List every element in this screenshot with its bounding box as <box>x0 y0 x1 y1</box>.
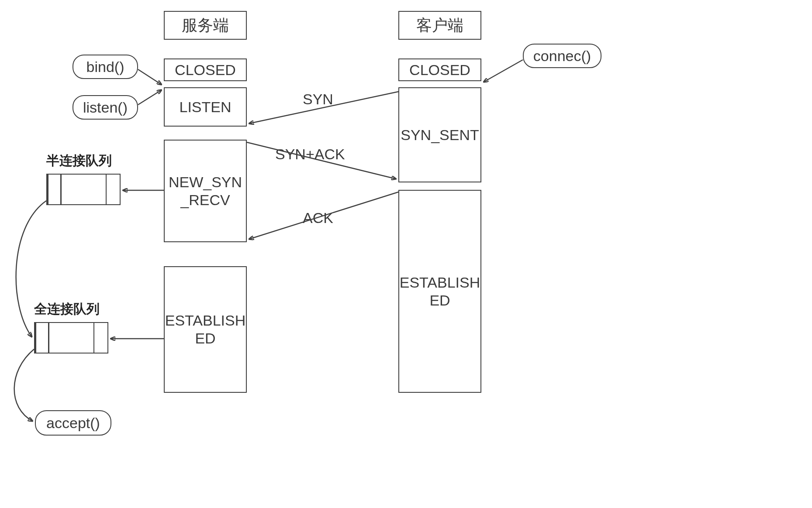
server-listen-label: LISTEN <box>179 98 231 116</box>
client-syn-sent: SYN_SENT <box>398 87 481 182</box>
listen-pill: listen() <box>73 95 138 120</box>
ack-label: ACK <box>303 209 333 227</box>
bind-pill: bind() <box>73 55 138 79</box>
full-queue <box>34 322 108 354</box>
syn-label: SYN <box>303 91 333 108</box>
connect-pill: connec() <box>523 44 601 68</box>
tcp-handshake-diagram: 服务端 客户端 CLOSED LISTEN NEW_SYN_RECV ESTAB… <box>0 0 812 508</box>
syn-ack-label: SYN+ACK <box>275 146 345 163</box>
server-new-syn-recv: NEW_SYN_RECV <box>164 140 247 242</box>
half-queue <box>46 174 121 205</box>
server-closed-label: CLOSED <box>175 61 236 79</box>
server-header-label: 服务端 <box>182 16 229 34</box>
accept-label: accept() <box>46 415 100 432</box>
full-queue-label: 全连接队列 <box>34 300 100 318</box>
svg-line-0 <box>138 69 162 85</box>
svg-line-1 <box>138 90 162 105</box>
svg-line-2 <box>484 60 523 82</box>
server-listen: LISTEN <box>164 87 247 127</box>
client-closed-label: CLOSED <box>409 61 470 79</box>
client-established-label: ESTABLISHED <box>400 274 480 309</box>
bind-label: bind() <box>86 58 124 76</box>
connect-label: connec() <box>533 48 591 65</box>
client-header-label: 客户端 <box>416 16 463 34</box>
half-queue-label: 半连接队列 <box>46 152 112 170</box>
server-header: 服务端 <box>164 11 247 40</box>
listen-label: listen() <box>83 99 128 116</box>
accept-pill: accept() <box>35 410 111 436</box>
client-syn-sent-label: SYN_SENT <box>401 126 479 144</box>
client-closed: CLOSED <box>398 58 481 81</box>
client-established: ESTABLISHED <box>398 190 481 393</box>
server-established-label: ESTABLISHED <box>165 312 246 347</box>
client-header: 客户端 <box>398 11 481 40</box>
server-established: ESTABLISHED <box>164 266 247 393</box>
server-closed: CLOSED <box>164 58 247 81</box>
server-new-syn-recv-label: NEW_SYN_RECV <box>169 173 242 209</box>
